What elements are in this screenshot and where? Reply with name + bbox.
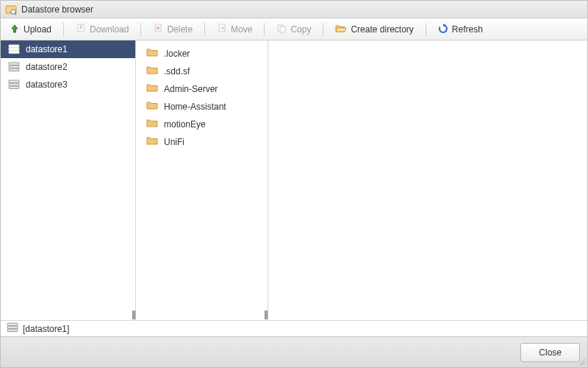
svg-rect-10 [9,51,19,54]
datastore-icon [8,44,20,54]
upload-label: Upload [24,24,51,35]
splitter-handle[interactable]: ||| [262,308,268,319]
toolbar: Upload Download Delete Move [1,18,587,40]
delete-button[interactable]: Delete [148,21,197,38]
folder-label: Home-Assistant [164,102,226,112]
svg-rect-7 [280,26,285,32]
move-label: Move [231,24,252,35]
svg-line-2 [15,13,16,15]
titlebar: Datastore browser [1,1,587,18]
folder-icon [146,66,158,77]
svg-rect-16 [9,86,19,89]
toolbar-separator [426,23,426,36]
path-bar: [datastore1] [1,320,587,336]
folder-label: motionEye [164,119,206,130]
create-directory-label: Create directory [351,24,413,35]
datastore-list-pane: datastore1 datastore2 datastore3 [1,40,136,320]
svg-rect-11 [9,63,19,66]
resize-grip-icon[interactable] [577,357,586,366]
folder-icon [146,48,158,60]
svg-rect-8 [9,45,19,48]
move-icon [217,24,227,36]
upload-button[interactable]: Upload [5,21,56,38]
svg-rect-19 [7,329,18,332]
copy-button[interactable]: Copy [272,21,315,38]
folder-icon [146,83,158,95]
svg-rect-9 [9,48,19,51]
create-directory-button[interactable]: Create directory [331,21,417,38]
refresh-icon [438,24,448,36]
svg-rect-14 [9,80,19,83]
refresh-button[interactable]: Refresh [434,21,487,38]
datastore-browser-icon [5,4,17,15]
folder-label: .locker [164,49,190,59]
folder-item[interactable]: motionEye [136,116,268,133]
datastore-browser-window: Datastore browser Upload Download Delete [0,0,588,368]
svg-rect-12 [9,66,19,68]
svg-line-22 [584,364,585,365]
folder-icon [146,118,158,130]
datastore-item-datastore3[interactable]: datastore3 [1,76,135,93]
toolbar-separator [63,23,64,36]
window-title: Datastore browser [21,4,93,15]
svg-rect-17 [7,323,18,326]
toolbar-separator [264,23,265,36]
svg-rect-13 [9,68,19,71]
folder-icon [146,101,158,113]
folder-item[interactable]: .locker [136,45,268,63]
download-button[interactable]: Download [71,21,133,38]
folder-label: Admin-Server [164,84,218,94]
download-icon [76,24,86,36]
delete-label: Delete [167,24,193,35]
folder-list-pane: .locker .sdd.sf Admin-Server Home-Assist… [136,40,268,320]
folder-item[interactable]: Admin-Server [136,80,268,98]
datastore-item-datastore1[interactable]: datastore1 [1,40,135,58]
download-label: Download [90,24,129,35]
footer: Close [1,336,587,367]
svg-rect-18 [7,326,18,329]
folder-item[interactable]: .sdd.sf [136,63,268,80]
svg-rect-15 [9,83,19,86]
datastore-item-datastore2[interactable]: datastore2 [1,58,135,76]
datastore-icon [7,322,18,335]
upload-icon [10,24,20,36]
folder-icon [146,136,158,148]
datastore-icon [8,79,20,90]
delete-icon [153,24,163,36]
toolbar-separator [140,23,141,36]
folder-label: UniFi [164,137,184,147]
toolbar-separator [323,23,323,36]
datastore-label: datastore2 [26,62,68,72]
path-text: [datastore1] [23,324,69,334]
datastore-label: datastore3 [26,79,68,90]
copy-icon [276,24,287,36]
details-pane [268,40,587,320]
datastore-icon [8,62,20,72]
toolbar-separator [204,23,205,36]
folder-open-icon [335,24,347,36]
datastore-label: datastore1 [26,44,68,54]
folder-item[interactable]: Home-Assistant [136,98,268,116]
splitter-handle[interactable]: ||| [130,308,136,319]
copy-label: Copy [290,24,311,35]
close-button[interactable]: Close [520,343,580,362]
folder-item[interactable]: UniFi [136,133,268,151]
refresh-label: Refresh [452,24,483,35]
folder-label: .sdd.sf [164,66,190,77]
content-area: datastore1 datastore2 datastore3 .locker [1,40,587,320]
move-button[interactable]: Move [212,21,257,38]
